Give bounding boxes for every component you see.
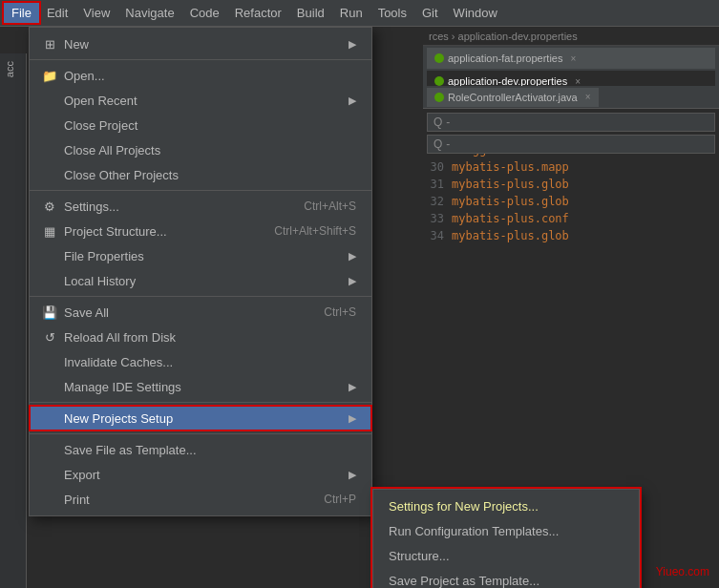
code-line-34: 34 mybatis-plus.glob: [423, 227, 719, 244]
tab-app-fat[interactable]: application-fat.properties ×: [427, 48, 715, 69]
line-content-33: mybatis-plus.conf: [452, 212, 569, 225]
code-line-30: 30 mybatis-plus.mapp: [423, 158, 719, 176]
export-arrow: ▶: [349, 469, 356, 481]
menu-label-save-file-template: Save File as Template...: [64, 443, 356, 457]
menu-label-open: Open...: [64, 69, 356, 83]
project-structure-icon: ▦: [41, 224, 58, 239]
open-folder-icon: 📁: [41, 69, 58, 83]
separator-4: [30, 402, 371, 403]
settings-shortcut: Ctrl+Alt+S: [304, 200, 356, 213]
line-content-30: mybatis-plus.mapp: [452, 160, 569, 174]
line-content-31: mybatis-plus.glob: [452, 178, 569, 191]
close-tab-fat[interactable]: ×: [570, 53, 576, 64]
new-projects-submenu: Settings for New Projects... Run Configu…: [372, 489, 640, 588]
search-q2-icon: Q: [434, 137, 442, 151]
search-bar-1[interactable]: Q -: [427, 113, 715, 132]
menu-bar: File Edit View Navigate Code Refactor Bu…: [0, 0, 719, 27]
submenu-label-run-config: Run Configuration Templates...: [389, 524, 559, 538]
menu-item-export[interactable]: Export ▶: [30, 462, 371, 487]
file-properties-arrow: ▶: [349, 250, 356, 262]
line-num-31: 31: [423, 178, 452, 191]
menu-item-close-other[interactable]: Close Other Projects: [30, 162, 371, 187]
close-tab-role[interactable]: ×: [585, 92, 591, 102]
menu-label-close-other: Close Other Projects: [64, 168, 356, 182]
reload-all-icon: ↺: [41, 330, 58, 345]
menu-item-manage-ide[interactable]: Manage IDE Settings ▶: [30, 374, 371, 399]
line-content-32: mybatis-plus.glob: [452, 195, 569, 208]
menu-label-new: New: [64, 37, 341, 52]
submenu-label-settings-new: Settings for New Projects...: [389, 499, 539, 514]
menu-label-new-projects-setup: New Projects Setup: [64, 411, 341, 426]
menu-item-close-project[interactable]: Close Project: [30, 113, 371, 137]
separator-2: [30, 190, 371, 191]
menu-label-local-history: Local History: [64, 274, 341, 288]
separator-5: [30, 433, 371, 434]
menu-item-print[interactable]: Print Ctrl+P: [30, 487, 371, 512]
line-num-32: 32: [423, 195, 452, 208]
menu-item-new[interactable]: ⊞ New ▶: [30, 32, 371, 56]
menu-git[interactable]: Git: [414, 3, 446, 23]
menu-label-reload-all: Reload All from Disk: [64, 330, 356, 345]
line-content-34: mybatis-plus.glob: [452, 229, 569, 242]
menu-code[interactable]: Code: [182, 3, 227, 23]
content-area: acc rces › application-dev.properties ap…: [0, 27, 719, 588]
save-all-shortcut: Ctrl+S: [324, 305, 356, 319]
search-q1-icon: Q: [434, 116, 442, 129]
local-history-arrow: ▶: [349, 275, 356, 287]
menu-window[interactable]: Window: [446, 3, 505, 23]
separator-3: [30, 296, 371, 297]
menu-item-file-properties[interactable]: File Properties ▶: [30, 243, 371, 268]
tab-role-controller[interactable]: RoleControllerActivator.java ×: [427, 88, 599, 107]
menu-item-project-structure[interactable]: ▦ Project Structure... Ctrl+Alt+Shift+S: [30, 219, 371, 243]
submenu-item-run-config[interactable]: Run Configuration Templates...: [373, 518, 639, 543]
code-line-31: 31 mybatis-plus.glob: [423, 176, 719, 193]
menu-item-invalidate-caches[interactable]: Invalidate Caches...: [30, 349, 371, 374]
submenu-item-settings-new[interactable]: Settings for New Projects...: [373, 494, 639, 518]
menu-item-save-all[interactable]: 💾 Save All Ctrl+S: [30, 300, 371, 325]
search-q2-dash: -: [446, 137, 450, 151]
project-structure-shortcut: Ctrl+Alt+Shift+S: [274, 224, 356, 238]
breadcrumb-text: rces › application-dev.properties: [429, 31, 578, 42]
breadcrumb: rces › application-dev.properties: [423, 27, 719, 46]
menu-item-open-recent[interactable]: Open Recent ▶: [30, 88, 371, 113]
tab-label-role: RoleControllerActivator.java: [448, 92, 578, 103]
settings-gear-icon: ⚙: [41, 200, 58, 214]
menu-item-open[interactable]: 📁 Open...: [30, 63, 371, 88]
tab-icon-role: [434, 93, 444, 102]
menu-build[interactable]: Build: [289, 3, 332, 23]
menu-item-local-history[interactable]: Local History ▶: [30, 268, 371, 293]
menu-label-invalidate: Invalidate Caches...: [64, 355, 356, 369]
separator-1: [30, 59, 371, 60]
file-dropdown-menu: ⊞ New ▶ 📁 Open... Open Recent ▶ Close Pr…: [29, 27, 372, 516]
search-bar-2[interactable]: Q -: [427, 135, 715, 154]
left-panel: acc: [0, 53, 27, 588]
tab-icon-fat: [434, 53, 444, 63]
print-shortcut: Ctrl+P: [324, 493, 356, 506]
menu-label-export: Export: [64, 468, 341, 482]
tab-icon-dev: [434, 76, 444, 86]
menu-label-close-project: Close Project: [64, 118, 356, 133]
menu-edit[interactable]: Edit: [39, 3, 75, 23]
open-recent-arrow: ▶: [349, 94, 356, 107]
menu-file[interactable]: File: [4, 3, 39, 23]
menu-tools[interactable]: Tools: [370, 3, 414, 23]
submenu-item-structure[interactable]: Structure...: [373, 543, 639, 568]
save-all-icon: 💾: [41, 305, 58, 320]
submenu-item-save-project[interactable]: Save Project as Template...: [373, 568, 639, 588]
watermark: Yiueo.com: [656, 565, 709, 578]
close-tab-dev[interactable]: ×: [575, 76, 581, 87]
menu-label-file-properties: File Properties: [64, 249, 341, 263]
menu-view[interactable]: View: [75, 3, 117, 23]
menu-navigate[interactable]: Navigate: [117, 3, 181, 23]
menu-label-manage-ide: Manage IDE Settings: [64, 380, 341, 394]
menu-run[interactable]: Run: [332, 3, 370, 23]
menu-refactor[interactable]: Refactor: [227, 3, 289, 23]
menu-item-reload-all[interactable]: ↺ Reload All from Disk: [30, 325, 371, 349]
menu-item-new-projects-setup[interactable]: New Projects Setup ▶: [30, 406, 371, 430]
line-num-30: 30: [423, 160, 452, 174]
menu-item-close-all[interactable]: Close All Projects: [30, 137, 371, 162]
menu-item-save-file-template[interactable]: Save File as Template...: [30, 437, 371, 462]
menu-label-project-structure: Project Structure...: [64, 224, 255, 239]
menu-item-settings[interactable]: ⚙ Settings... Ctrl+Alt+S: [30, 194, 371, 219]
search-q1-dash: -: [446, 116, 450, 129]
